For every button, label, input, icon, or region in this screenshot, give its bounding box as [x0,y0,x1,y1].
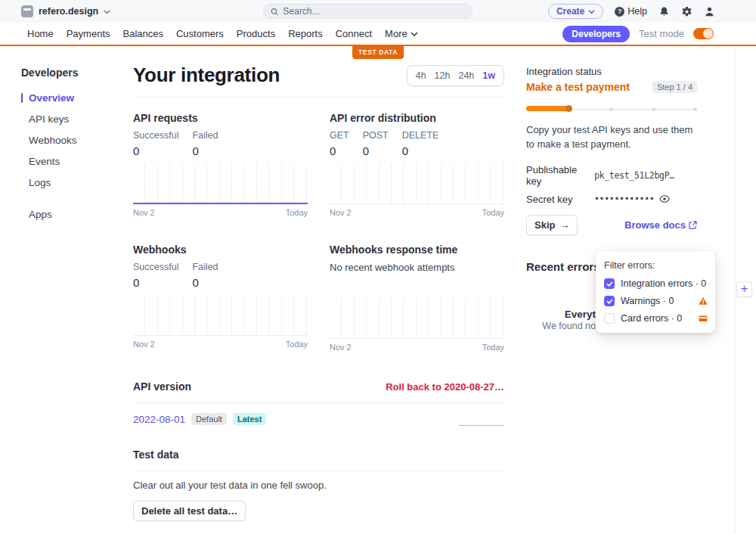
range-1w[interactable]: 1w [482,70,495,81]
default-badge: Default [191,413,227,425]
metric-value: 0 [192,276,218,289]
chart-title: API error distribution [330,112,504,124]
integration-status-label: Integration status [526,66,697,77]
chevron-down-icon [588,8,595,15]
developers-sidebar: Developers Overview API keys Webhooks Ev… [21,67,119,230]
chevron-down-icon [411,30,418,38]
main-content: Your integration 4h 12h 24h 1w API reque… [133,64,504,521]
publishable-key-value[interactable]: pk_test_51L2bgP… [594,170,674,181]
test-data-ribbon: TEST DATA [352,46,404,59]
test-data-description: Clear out all your test data in one fell… [133,480,504,491]
account-switcher[interactable]: refero.design [21,5,110,17]
rollback-link[interactable]: Roll back to 2020-08-27… [386,381,504,393]
api-version-title: API version [133,380,191,393]
chart-title: Webhooks response time [330,244,504,256]
add-widget-button[interactable]: + [736,281,752,297]
test-mode-toggle[interactable] [693,28,714,39]
divider [133,97,504,98]
nav-connect[interactable]: Connect [336,28,372,39]
filter-option-warnings[interactable]: Warnings · 0 [604,296,708,306]
progress-step-dot [609,107,613,111]
metric-value: 0 [402,144,439,157]
nav-products[interactable]: Products [237,28,275,39]
filter-errors-popup: Filter errors: Integration errors · 0 Wa… [596,251,715,333]
metric-value: 0 [363,144,389,157]
nav-home[interactable]: Home [27,28,54,39]
user-avatar-icon[interactable] [704,6,715,17]
metric-value: 0 [133,144,178,157]
filter-option-integration-errors[interactable]: Integration errors · 0 [604,278,708,289]
checkbox-checked[interactable] [604,278,615,289]
axis-start: Nov 2 [133,208,155,217]
search-input[interactable] [283,6,465,17]
secret-key-masked[interactable]: •••••••••••• [594,194,654,204]
nav-more[interactable]: More [385,28,418,39]
api-requests-chart [133,163,308,204]
test-data-title: Test data [133,449,504,461]
metric-label: Successful [133,130,178,141]
delete-test-data-button[interactable]: Delete all test data… [133,501,246,521]
empty-state-title-fragment: Everyt [526,309,596,320]
filter-popup-title: Filter errors: [604,260,708,271]
account-name: refero.design [39,6,98,17]
axis-start: Nov 2 [133,340,155,349]
nav-customers[interactable]: Customers [176,28,224,39]
sidebar-item-logs[interactable]: Logs [21,177,119,188]
reveal-key-eye-icon[interactable] [659,194,670,204]
notifications-bell-icon[interactable] [658,6,670,17]
nav-reports[interactable]: Reports [288,28,323,39]
integration-description: Copy your test API keys and use them to … [526,123,697,152]
question-icon: ? [615,7,624,17]
sidebar-item-apps[interactable]: Apps [21,209,119,220]
create-button[interactable]: Create [548,4,603,19]
warning-triangle-icon [699,296,708,306]
nav-balances[interactable]: Balances [123,28,163,39]
webhooks-chart [133,295,308,336]
step-counter-badge: Step 1 / 4 [652,81,697,93]
api-version-section: API version Roll back to 2020-08-27… 202… [133,380,504,425]
publishable-key-label: Publishable key [526,164,594,187]
chart-title: Webhooks [133,244,308,256]
range-24h[interactable]: 24h [458,70,474,81]
metric-label: Failed [192,262,218,272]
sidebar-item-overview[interactable]: Overview [21,92,119,104]
chart-title: API requests [133,112,308,124]
underline-decoration [459,425,504,426]
progress-step-dot [652,107,655,111]
secret-key-label: Secret key [526,194,594,205]
arrow-right-icon: → [559,219,569,231]
help-button[interactable]: ? Help [615,6,647,17]
divider [133,402,504,403]
time-range-selector: 4h 12h 24h 1w [407,65,504,86]
axis-start: Nov 2 [330,343,352,352]
chart-card-api-error-distribution: API error distribution GET0 POST0 DELETE… [330,112,504,217]
filter-option-card-errors[interactable]: Card errors · 0 [604,313,708,324]
developers-badge[interactable]: Developers [562,26,630,42]
checkbox-checked[interactable] [604,296,615,306]
chart-card-webhooks-response-time: Webhooks response time No recent webhook… [330,244,504,352]
metric-label: POST [363,130,389,141]
range-12h[interactable]: 12h [435,70,451,81]
content-right-divider [734,47,735,534]
sidebar-item-events[interactable]: Events [21,156,119,167]
progress-fill [526,106,572,111]
browse-docs-link[interactable]: Browse docs [624,219,697,231]
metric-label: DELETE [402,130,439,141]
sidebar-item-api-keys[interactable]: API keys [21,113,119,125]
settings-gear-icon[interactable] [681,6,692,17]
empty-state-body-fragment: We found no [526,321,596,331]
recent-errors-title: Recent errors [526,260,600,273]
axis-start: Nov 2 [330,208,352,217]
checkbox-unchecked[interactable] [604,313,615,324]
current-version-link[interactable]: 2022-08-01 [133,414,185,425]
range-4h[interactable]: 4h [416,70,426,81]
sidebar-item-webhooks[interactable]: Webhooks [21,135,119,146]
progress-step-dot [693,107,697,111]
skip-button[interactable]: Skip → [526,215,578,235]
global-search[interactable] [263,4,472,19]
metric-label: Successful [133,262,178,272]
nav-payments[interactable]: Payments [67,28,110,39]
axis-end: Today [286,340,308,349]
page-title: Your integration [133,64,280,87]
chart-card-webhooks: Webhooks Successful0 Failed0 Nov 2Today [133,244,308,352]
